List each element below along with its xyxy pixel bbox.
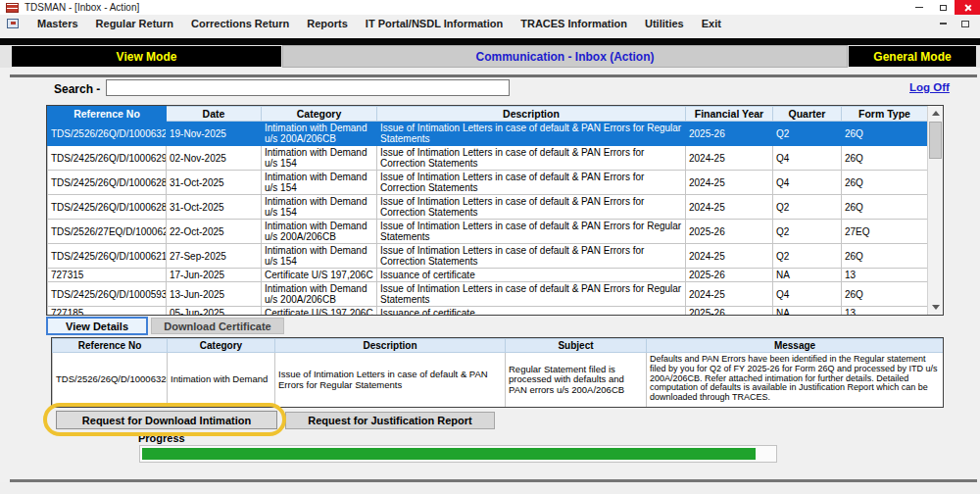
inbox-header-row: Reference NoDateCategoryDescriptionFinan…: [48, 107, 928, 122]
download-certificate-button[interactable]: Download Certificate: [151, 318, 284, 334]
cell-category: Intimation with Demand u/s 200A/206CB: [262, 220, 377, 244]
table-row[interactable]: 72731517-Jun-2025Certificate U/S 197,206…: [48, 269, 928, 282]
view-mode-button[interactable]: View Mode: [12, 46, 281, 67]
status-bar: [0, 482, 980, 494]
progress-bar: [139, 445, 777, 463]
cell-form: 26Q: [842, 171, 928, 195]
cell-description: Issue of Intimation Letters in case of d…: [377, 220, 686, 244]
cell-ref: 727185: [48, 307, 167, 317]
menu-corrections-return[interactable]: Corrections Return: [182, 16, 298, 31]
scroll-up-icon[interactable]: [928, 106, 943, 121]
inbox-table-body: TDS/2526/26Q/D/100063289919-Nov-2025Inti…: [48, 122, 928, 317]
menu-it-portal-nsdl-information[interactable]: IT Portal/NSDL Information: [357, 16, 512, 31]
cell-quarter: Q2: [773, 122, 842, 146]
search-label: Search -: [54, 82, 100, 96]
column-header-financial-year[interactable]: Financial Year: [686, 107, 773, 122]
menu-utilities[interactable]: Utilities: [636, 16, 693, 31]
cell-form: 26Q: [842, 195, 928, 220]
detail-row: TDS/2526/26Q/D/10006328 Intimation with …: [53, 353, 944, 408]
column-header-reference-no[interactable]: Reference No: [53, 339, 168, 353]
cell-date: 22-Oct-2025: [167, 220, 262, 244]
menu-reports[interactable]: Reports: [298, 16, 357, 31]
app-logo-icon: [6, 3, 19, 13]
cell-fy: 2024-25: [686, 146, 773, 171]
table-row[interactable]: TDS/2425/26Q/D/100062824631-Oct-2025Inti…: [48, 195, 928, 220]
cell-form: 26Q: [842, 122, 928, 146]
vertical-scrollbar[interactable]: [927, 106, 943, 315]
scroll-down-icon[interactable]: [928, 300, 943, 315]
cell-ref: TDS/2425/26Q/D/1000593391: [48, 282, 167, 307]
cell-form: 26Q: [842, 282, 928, 307]
search-input[interactable]: [106, 79, 510, 96]
detail-header-row: Reference NoCategoryDescriptionSubjectMe…: [53, 339, 944, 353]
cell-description: Issuance of certificate: [377, 269, 686, 282]
column-header-category[interactable]: Category: [262, 107, 377, 122]
cell-ref: TDS/2425/26Q/D/1000621462: [48, 244, 167, 269]
cell-quarter: NA: [773, 307, 842, 317]
cell-date: 31-Oct-2025: [167, 171, 262, 195]
cell-category: Intimation with Demand u/s 200A/206CB: [262, 282, 377, 307]
view-details-button[interactable]: View Details: [46, 317, 148, 335]
cell-category: Intimation with Demand u/s 200A/206CB: [262, 122, 377, 146]
menu-traces-information[interactable]: TRACES Information: [512, 16, 636, 31]
mode-bar: View Mode Communication - Inbox (Action)…: [0, 45, 980, 68]
cell-description: Issue of Intimation Letters in case of d…: [377, 171, 686, 195]
table-row[interactable]: TDS/2425/26Q/D/100062994002-Nov-2025Inti…: [48, 146, 928, 171]
detail-subject: Regular Statement filed is processed wit…: [506, 353, 647, 408]
minimize-button[interactable]: [907, 0, 931, 15]
column-header-subject[interactable]: Subject: [506, 339, 647, 353]
table-row[interactable]: TDS/2425/26Q/D/100059339113-Jun-2025Inti…: [48, 282, 928, 307]
cell-ref: TDS/2425/26Q/D/1000628246: [48, 195, 167, 220]
table-row[interactable]: TDS/2425/26Q/D/100062824531-Oct-2025Inti…: [48, 171, 928, 195]
cell-fy: 2024-25: [686, 171, 773, 195]
content-panel: Search - Log Off Reference NoDateCategor…: [0, 77, 980, 479]
cell-fy: 2025-26: [686, 122, 773, 146]
cell-fy: 2025-26: [686, 307, 773, 317]
black-divider-strip: [0, 38, 980, 45]
menu-masters[interactable]: Masters: [28, 16, 87, 31]
cell-description: Issue of Intimation Letters in case of d…: [377, 244, 686, 269]
child-minimize-button[interactable]: [936, 18, 950, 29]
menu-exit[interactable]: Exit: [693, 16, 730, 31]
column-header-description[interactable]: Description: [377, 107, 686, 122]
cell-category: Certificate U/S 197,206C: [262, 269, 377, 282]
cell-quarter: Q2: [773, 220, 842, 244]
progress-fill: [142, 448, 756, 460]
window-title: TDSMAN - [Inbox - Action]: [24, 2, 139, 13]
column-header-description[interactable]: Description: [275, 339, 506, 353]
cell-quarter: Q4: [773, 146, 842, 171]
menu-bar: MastersRegular ReturnCorrections ReturnR…: [0, 15, 980, 32]
general-mode-button[interactable]: General Mode: [849, 46, 976, 67]
table-row[interactable]: TDS/2526/27EQ/D/10006262422-Oct-2025Inti…: [48, 220, 928, 244]
cell-quarter: Q4: [773, 171, 842, 195]
cell-date: 17-Jun-2025: [167, 269, 262, 282]
table-row[interactable]: 72718505-Jun-2025Certificate U/S 197,206…: [48, 307, 928, 317]
menu-regular-return[interactable]: Regular Return: [87, 16, 182, 31]
table-row[interactable]: TDS/2425/26Q/D/100062146227-Sep-2025Inti…: [48, 244, 928, 269]
column-header-category[interactable]: Category: [168, 339, 275, 353]
column-header-date[interactable]: Date: [167, 107, 262, 122]
cell-form: 13: [842, 269, 928, 282]
cell-quarter: NA: [773, 269, 842, 282]
request-justification-report-button[interactable]: Request for Justification Report: [285, 412, 495, 429]
close-button[interactable]: [955, 0, 980, 15]
restore-button[interactable]: [931, 0, 955, 15]
request-download-intimation-button[interactable]: Request for Download Intimation: [56, 411, 277, 429]
column-header-form-type[interactable]: Form Type: [842, 107, 928, 122]
app-window: TDSMAN - [Inbox - Action] MastersRegular…: [0, 0, 980, 494]
detail-reference-no: TDS/2526/26Q/D/10006328: [53, 353, 168, 408]
logoff-link[interactable]: Log Off: [909, 81, 950, 93]
column-header-quarter[interactable]: Quarter: [773, 107, 842, 122]
cell-ref: TDS/2526/26Q/D/1000632899: [48, 122, 167, 146]
column-header-message[interactable]: Message: [647, 339, 944, 353]
scroll-thumb[interactable]: [929, 122, 942, 159]
mdi-child-icon: [7, 19, 19, 28]
cell-date: 13-Jun-2025: [167, 282, 262, 307]
title-bar: TDSMAN - [Inbox - Action]: [0, 0, 980, 15]
column-header-reference-no[interactable]: Reference No: [48, 107, 167, 122]
cell-fy: 2025-26: [686, 269, 773, 282]
table-row[interactable]: TDS/2526/26Q/D/100063289919-Nov-2025Inti…: [48, 122, 928, 146]
detail-category: Intimation with Demand: [168, 353, 275, 408]
cell-ref: TDS/2526/27EQ/D/100062624: [48, 220, 167, 244]
child-restore-button[interactable]: [958, 18, 972, 29]
